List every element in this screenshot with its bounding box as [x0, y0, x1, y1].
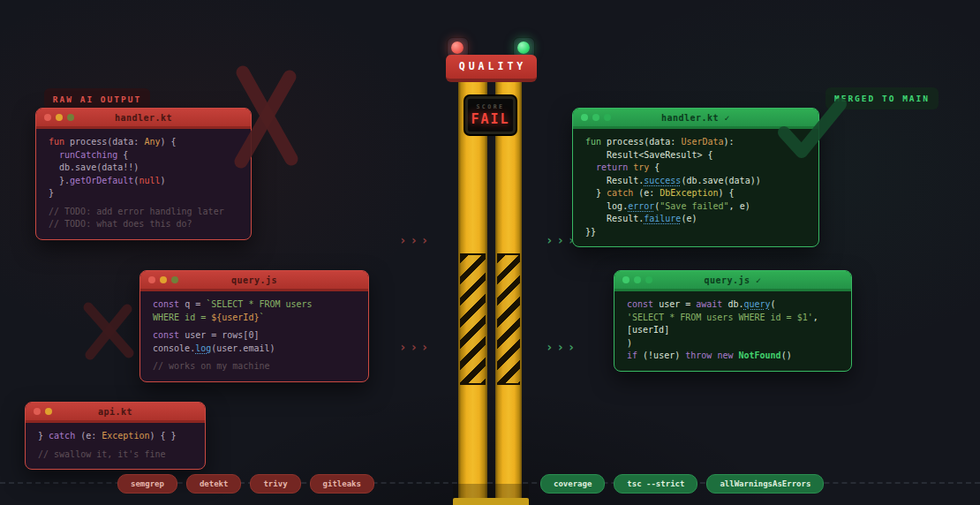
code-token: 'SELECT * FROM users WHERE id = $1'	[627, 313, 813, 322]
code-token: ) { }	[149, 431, 176, 441]
code-token: // TODO: add error handling later	[49, 207, 224, 216]
quality-gate-illustration: ››› ››› ››› ››› RAW AI OUTPUT MERGED TO …	[0, 0, 980, 505]
code-line: fun process(data: UserData):	[585, 136, 806, 149]
maximize-dot-icon	[604, 114, 611, 121]
hazard-stripes-left	[460, 253, 486, 385]
tool-chip: semgrep	[117, 474, 177, 494]
code-token: }	[49, 188, 54, 198]
code-token: failure	[644, 214, 681, 223]
code-token: Exception	[102, 431, 149, 441]
code-line: }.getOrDefault(null)	[49, 175, 238, 188]
code-token: NotFound	[738, 350, 780, 360]
minimize-dot-icon	[45, 408, 52, 415]
code-token: `SELECT * FROM users	[206, 299, 312, 309]
code-line: const user = rows[0]	[153, 329, 356, 343]
code-line: db.save(data!!)	[49, 162, 238, 175]
code-token: if	[627, 350, 637, 360]
code-token: }	[585, 188, 607, 198]
maximize-dot-icon	[67, 114, 74, 121]
code-token: ${userId}	[211, 313, 259, 322]
code-token: fun	[585, 137, 601, 147]
code-line: Result.success(db.save(data))	[585, 175, 806, 188]
code-line: if (!user) throw new NotFound()	[627, 350, 839, 363]
window-title: handler.kt	[115, 113, 172, 123]
tool-chip: detekt	[186, 474, 242, 494]
traffic-dots	[581, 114, 611, 121]
code-area: const user = await db.query('SELECT * FR…	[614, 291, 851, 371]
close-dot-icon	[44, 114, 51, 121]
close-dot-icon	[581, 114, 588, 121]
window-titlebar: handler.kt ✓	[573, 109, 818, 129]
code-line: fun process(data: Any) {	[49, 136, 238, 149]
code-line: 'SELECT * FROM users WHERE id = $1',	[627, 312, 839, 325]
code-line: log.error("Save failed", e)	[585, 200, 806, 214]
code-line: // works on my machine	[153, 360, 356, 373]
code-area: fun process(data: UserData): Result<Save…	[573, 129, 818, 246]
code-token: // swallow it, it's fine	[38, 449, 166, 459]
code-line: const q = `SELECT * FROM users	[153, 298, 356, 312]
code-token: WHERE id =	[153, 313, 211, 322]
code-token: UserData	[681, 137, 723, 147]
minimize-dot-icon	[160, 276, 167, 283]
code-token: query	[743, 299, 770, 309]
code-token: "Save failed"	[660, 201, 728, 211]
maximize-dot-icon	[171, 276, 178, 283]
tool-chip: coverage	[540, 474, 605, 494]
code-token: )	[627, 338, 632, 348]
gate-pedestal	[453, 498, 529, 505]
tool-chip: allWarningsAsErrors	[706, 474, 824, 494]
code-token: ) {	[160, 137, 176, 147]
traffic-dots	[622, 276, 652, 283]
tool-chip: trivy	[250, 474, 300, 494]
code-area: const q = `SELECT * FROM usersWHERE id =…	[140, 291, 368, 381]
code-line: }	[49, 187, 238, 200]
code-line: // swallow it, it's fine	[38, 448, 192, 462]
window-titlebar: api.kt	[26, 403, 205, 423]
code-area: fun process(data: Any) { runCatching { d…	[36, 129, 251, 239]
code-token: {	[117, 150, 128, 160]
code-token: }	[38, 431, 49, 441]
code-window-handler-clean: handler.kt ✓ fun process(data: UserData)…	[572, 108, 819, 247]
fail-status-text: FAIL	[471, 111, 509, 127]
code-token: (!user)	[637, 350, 685, 360]
code-token: ()	[781, 350, 792, 360]
code-token: (	[771, 299, 776, 309]
code-window-api-raw: api.kt } catch (e: Exception) { }// swal…	[25, 402, 206, 470]
code-token: runCatching	[59, 150, 117, 160]
code-line: )	[627, 337, 839, 350]
code-token: getOrDefault	[70, 176, 133, 185]
code-line: console.log(user.email)	[153, 343, 356, 356]
close-dot-icon	[34, 408, 41, 415]
code-line: Result.failure(e)	[585, 213, 806, 226]
code-token: null	[139, 176, 160, 185]
red-light-icon	[451, 41, 464, 54]
maximize-dot-icon	[645, 276, 652, 283]
code-token: (e)	[681, 214, 697, 223]
code-token: process(data:	[601, 137, 681, 147]
code-token: [userId]	[627, 325, 669, 335]
code-token: try	[633, 162, 649, 172]
code-token: DbException	[660, 188, 718, 198]
code-token: , e)	[729, 201, 750, 211]
code-token: `	[259, 313, 264, 322]
code-line: } catch (e: DbException) {	[585, 187, 806, 200]
code-token: throw	[685, 350, 712, 360]
code-token: ) {	[719, 188, 735, 198]
code-line: WHERE id = ${userId}`	[153, 312, 356, 325]
close-dot-icon	[622, 276, 629, 283]
window-titlebar: query.js	[140, 271, 368, 291]
code-line: [userId]	[627, 324, 839, 337]
code-area: } catch (e: Exception) { }// swallow it,…	[26, 423, 205, 469]
code-token: (e:	[633, 188, 660, 198]
flow-arrows-left-top: ›››	[399, 233, 432, 247]
code-token: new	[717, 350, 733, 360]
code-line: }}	[585, 226, 806, 239]
traffic-dots	[148, 276, 178, 283]
code-token: Any	[144, 137, 160, 147]
minimize-dot-icon	[634, 276, 641, 283]
code-token: await	[696, 299, 722, 309]
code-token: )	[160, 176, 165, 185]
code-line: return try {	[585, 162, 806, 175]
code-token: log.	[585, 201, 628, 211]
code-token: console.	[153, 343, 195, 353]
